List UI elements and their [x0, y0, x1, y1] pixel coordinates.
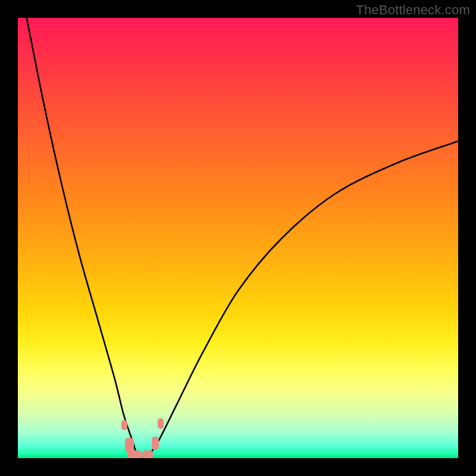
- curve-marker: [121, 420, 127, 430]
- curve-marker: [142, 450, 153, 458]
- chart-frame: TheBottleneck.com: [0, 0, 476, 476]
- curve-marker: [127, 450, 142, 458]
- plot-area: [18, 18, 458, 458]
- watermark-text: TheBottleneck.com: [356, 2, 470, 18]
- curve-markers: [18, 18, 458, 458]
- curve-marker: [125, 438, 134, 452]
- curve-marker: [152, 437, 159, 450]
- curve-marker: [158, 418, 164, 429]
